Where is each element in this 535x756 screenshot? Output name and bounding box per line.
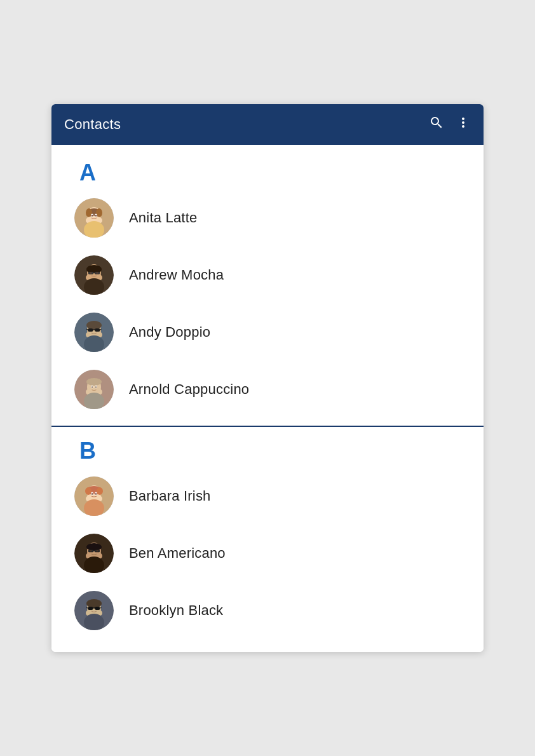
contacts-body: A: [51, 145, 484, 652]
avatar-brooklyn-black: [74, 591, 114, 630]
search-icon[interactable]: [429, 115, 444, 134]
section-letter-b: B: [67, 429, 468, 468]
section-divider-ab: [51, 426, 484, 427]
header-icons: [429, 115, 471, 134]
avatar-ben-americano: [74, 534, 114, 573]
contact-item-anita-latte[interactable]: Anita Latte: [67, 189, 468, 246]
avatar-andrew-mocha: [74, 255, 114, 295]
section-a: A: [51, 151, 484, 418]
contact-name-andrew-mocha: Andrew Mocha: [129, 267, 224, 283]
svg-rect-25: [88, 328, 93, 332]
section-b: B: [51, 429, 484, 639]
header-title: Contacts: [64, 116, 121, 133]
svg-line-68: [86, 608, 88, 609]
svg-point-53: [86, 543, 102, 551]
avatar-barbara-irish: [74, 476, 114, 516]
section-letter-a: A: [67, 151, 468, 189]
contact-list-a: Anita Latte: [67, 189, 468, 418]
svg-rect-26: [95, 328, 100, 332]
svg-line-69: [100, 608, 102, 609]
svg-point-58: [90, 550, 92, 551]
contact-list-b: Barbara Irish: [67, 468, 468, 639]
svg-point-63: [86, 599, 102, 608]
avatar-arnold-cappuccino: [74, 370, 114, 409]
svg-point-38: [95, 386, 97, 388]
contact-name-arnold-cappuccino: Arnold Cappuccino: [129, 381, 249, 398]
svg-point-49: [95, 493, 97, 494]
avatar-andy-doppio: [74, 313, 114, 352]
contact-item-arnold-cappuccino[interactable]: Arnold Cappuccino: [67, 361, 468, 418]
contact-name-brooklyn-black: Brooklyn Black: [129, 602, 223, 619]
contact-item-brooklyn-black[interactable]: Brooklyn Black: [67, 582, 468, 639]
avatar-anita-latte: [74, 198, 114, 238]
app-card: Contacts A: [51, 104, 484, 652]
contact-name-ben-americano: Ben Americano: [129, 545, 226, 562]
more-vert-icon[interactable]: [456, 115, 471, 134]
contact-item-barbara-irish[interactable]: Barbara Irish: [67, 468, 468, 525]
svg-point-33: [86, 378, 102, 386]
app-header: Contacts: [51, 104, 484, 145]
contact-item-ben-americano[interactable]: Ben Americano: [67, 525, 468, 582]
svg-point-43: [85, 487, 91, 495]
svg-point-18: [90, 272, 92, 273]
contact-item-andy-doppio[interactable]: Andy Doppio: [67, 304, 468, 361]
svg-point-44: [97, 487, 103, 495]
svg-point-48: [91, 493, 93, 494]
contact-name-anita-latte: Anita Latte: [129, 210, 197, 226]
svg-rect-65: [88, 607, 93, 610]
contact-name-barbara-irish: Barbara Irish: [129, 488, 211, 504]
svg-point-59: [97, 550, 98, 551]
svg-point-37: [91, 386, 93, 388]
svg-point-23: [86, 321, 102, 330]
svg-point-8: [91, 215, 93, 216]
contact-name-andy-doppio: Andy Doppio: [129, 324, 210, 341]
contact-item-andrew-mocha[interactable]: Andrew Mocha: [67, 246, 468, 304]
svg-point-19: [97, 272, 98, 273]
svg-point-9: [95, 215, 97, 216]
svg-rect-66: [95, 607, 100, 610]
